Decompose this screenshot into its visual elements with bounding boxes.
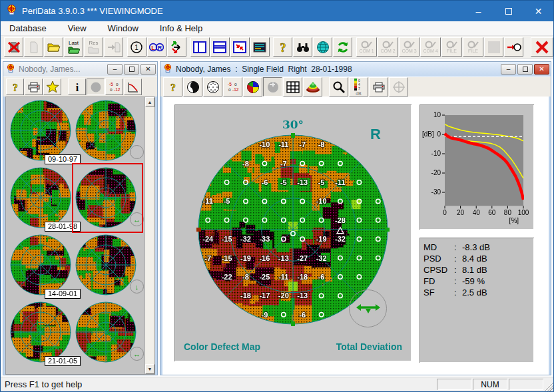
help-button[interactable]: ? <box>273 37 292 57</box>
overview-window: Nobody, James... – ✕ ? i -5oo-12 <box>3 61 158 375</box>
exam-thumbnail-right-eye[interactable] <box>74 98 138 163</box>
close-button[interactable]: ✕ <box>523 1 553 21</box>
tile-vertical-button[interactable] <box>190 37 210 57</box>
last-label: Last <box>69 41 79 46</box>
both-eyes-button[interactable]: LR <box>147 37 166 57</box>
fixation-button[interactable] <box>389 77 408 97</box>
zoom-button[interactable] <box>329 77 348 97</box>
table-view-button[interactable] <box>283 77 302 97</box>
scale-button[interactable]: 047dB <box>349 77 368 97</box>
exam-thumbnail-left-eye[interactable] <box>9 233 73 297</box>
open-last-button[interactable]: Last <box>64 37 83 57</box>
svg-text:?: ? <box>13 82 18 93</box>
minimize-button[interactable]: – <box>463 1 493 21</box>
svg-text:7: 7 <box>358 87 360 91</box>
exam-thumbnail-left-eye[interactable] <box>9 166 73 230</box>
overview-title: Nobody, James... <box>19 65 80 74</box>
field-close-button[interactable]: ✕ <box>534 64 549 75</box>
eye-gadget-icon[interactable]: ↔ <box>130 347 144 361</box>
field-minimize-button[interactable]: – <box>501 64 516 75</box>
exam-thumbnail-right-eye[interactable] <box>74 300 138 365</box>
single-field-title: Nobody, James : Single Field Right 28-01… <box>176 65 352 74</box>
open-res-button[interactable]: Res <box>84 37 103 57</box>
swap-eyes-button[interactable] <box>167 37 186 57</box>
scroll-up-button[interactable]: ▲ <box>145 97 154 107</box>
com4-button[interactable]: COM 4 <box>420 37 441 57</box>
search-button[interactable] <box>293 37 312 57</box>
com1-button[interactable]: COM 1 <box>356 37 377 57</box>
exam-thumbnail-row: 09-10-97 <box>6 97 144 164</box>
star-icon <box>46 81 59 93</box>
eye-gadget-icon[interactable]: ↔ <box>130 212 144 226</box>
single-field-body: 30° R Color Defect Map Total Deviation M… <box>162 97 549 375</box>
import-record-button[interactable] <box>104 37 123 57</box>
menu-view[interactable]: View <box>62 22 93 35</box>
exit-button[interactable] <box>531 37 553 57</box>
tile-horizontal-button[interactable] <box>210 37 230 57</box>
com3-button[interactable]: COM 3 <box>399 37 419 57</box>
arrange-windows-button[interactable] <box>230 37 250 57</box>
overview-minimize-button[interactable]: – <box>107 64 123 75</box>
overview-help-button[interactable]: ? <box>6 79 24 95</box>
refresh-icon <box>336 41 350 54</box>
com-port-icon <box>361 41 373 49</box>
exam-thumbnail-left-eye[interactable] <box>9 300 73 365</box>
blank-button[interactable] <box>484 37 503 57</box>
single-exam-button[interactable]: 1 <box>127 37 146 57</box>
field-help-button[interactable]: ? <box>163 77 182 97</box>
eye-gadget-icon[interactable] <box>130 145 144 159</box>
color-map-button[interactable] <box>243 77 262 97</box>
field-values-button[interactable]: -5oo-12 <box>223 77 242 97</box>
overview-scrollbar[interactable]: ▲ ▼ <box>144 97 154 374</box>
field-restore-button[interactable] <box>517 64 533 75</box>
open-database-button[interactable] <box>44 37 63 57</box>
values-icon: -5oo-12 <box>108 81 121 93</box>
exam-thumbnail-right-eye[interactable] <box>74 166 138 230</box>
overview-close-button[interactable]: ✕ <box>140 64 156 75</box>
overview-values-button[interactable]: -5oo-12 <box>105 79 123 95</box>
file-export-button[interactable]: FILE <box>463 37 483 57</box>
maximize-button[interactable] <box>493 1 523 21</box>
peridata-window: PeriData 3.9.0.3 *** VIEWINGMODE – ✕ Dat… <box>0 0 554 392</box>
single-field-titlebar[interactable]: Nobody, James : Single Field Right 28-01… <box>160 62 551 77</box>
field-panel: 30° R Color Defect Map Total Deviation <box>174 104 412 361</box>
eye-gadget-icon[interactable]: ↓ <box>130 280 144 294</box>
svg-text:R: R <box>158 44 162 51</box>
resize-grip[interactable] <box>543 381 553 391</box>
exam-thumbnail-right-eye[interactable] <box>74 233 138 297</box>
defect-map-button[interactable] <box>263 77 282 97</box>
index-value: 2.5 dB <box>462 287 487 298</box>
svg-text:i: i <box>75 82 79 93</box>
overview-restore-button[interactable] <box>124 64 139 75</box>
overview-curve-button[interactable] <box>124 79 142 95</box>
index-row: CPSD:8.1 dB <box>423 264 534 276</box>
overview-colormap-button[interactable] <box>87 79 105 95</box>
grayscale-map-button[interactable] <box>183 77 202 97</box>
grayscale-map-icon <box>186 81 200 94</box>
scroll-down-button[interactable]: ▼ <box>145 364 154 374</box>
menu-window[interactable]: Window <box>102 22 144 35</box>
scroll-track[interactable] <box>145 107 154 364</box>
connect-device-button[interactable] <box>504 37 523 57</box>
delete-record-button[interactable] <box>4 37 23 57</box>
overview-info-button[interactable]: i <box>68 79 86 95</box>
hill-of-vision-button[interactable] <box>303 77 322 97</box>
field-print-button[interactable] <box>369 77 388 97</box>
menu-info-help[interactable]: Info & Help <box>154 22 208 35</box>
index-value: -59 % <box>462 276 485 287</box>
file-import-button[interactable]: FILE <box>441 37 462 57</box>
status-cell-empty <box>509 379 543 390</box>
eye-toggle-gadget[interactable] <box>349 290 387 327</box>
overview-titlebar[interactable]: Nobody, James... – ✕ <box>3 62 157 77</box>
menu-database[interactable]: Database <box>3 22 53 35</box>
web-button[interactable] <box>313 37 332 57</box>
refresh-button[interactable] <box>333 37 352 57</box>
new-record-button[interactable] <box>24 37 43 57</box>
exam-thumbnail-left-eye[interactable] <box>9 98 73 163</box>
overview-favorite-button[interactable] <box>43 79 61 95</box>
overview-print-button[interactable] <box>25 79 43 95</box>
com2-button[interactable]: COM 2 <box>378 37 398 57</box>
dos-window-button[interactable] <box>250 37 270 57</box>
symbol-map-button[interactable] <box>203 77 222 97</box>
one-circle-icon: 1 <box>130 41 143 54</box>
